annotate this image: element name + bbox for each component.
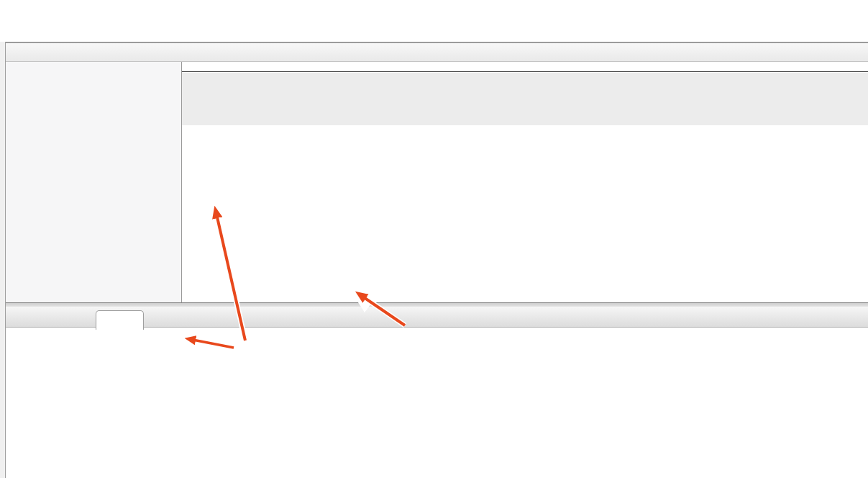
selection-panel-header: [0, 307, 868, 328]
selection-panel: [0, 307, 868, 478]
empty-track-band: [182, 73, 868, 125]
trace-timeline-area: [0, 62, 868, 302]
browser-header-bar: [0, 0, 868, 42]
trace-view-titlebar: [0, 42, 868, 62]
tab-slice[interactable]: [96, 310, 144, 330]
trace-viewer-window: [0, 0, 868, 478]
timeline-canvas[interactable]: [182, 62, 868, 302]
time-ruler: [182, 62, 868, 72]
left-window-edge: [0, 42, 6, 478]
track-label-panel: [6, 62, 182, 302]
slice-details: [0, 328, 868, 478]
